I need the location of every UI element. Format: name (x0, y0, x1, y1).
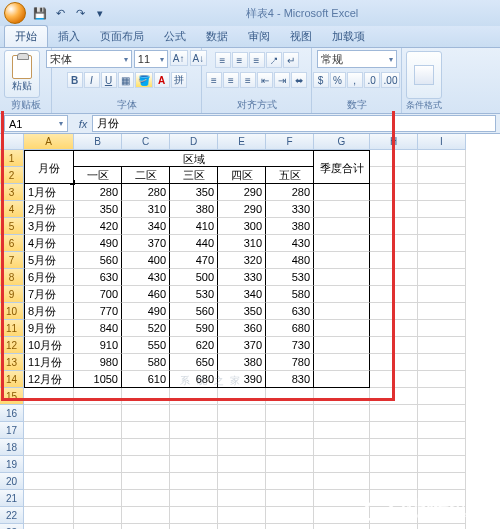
cell[interactable] (74, 507, 122, 524)
cell[interactable] (24, 507, 74, 524)
cell[interactable] (218, 507, 266, 524)
cell[interactable]: 4月份 (24, 235, 74, 252)
cell[interactable]: 420 (74, 218, 122, 235)
decrease-decimal-button[interactable]: .00 (381, 72, 401, 88)
cell[interactable] (370, 201, 418, 218)
cell[interactable] (370, 269, 418, 286)
cell[interactable] (370, 507, 418, 524)
cell[interactable]: 370 (122, 235, 170, 252)
cell[interactable] (418, 218, 466, 235)
cell[interactable] (266, 422, 314, 439)
font-color-button[interactable]: A (154, 72, 170, 88)
cell[interactable] (74, 473, 122, 490)
fill-color-button[interactable]: 🪣 (135, 72, 153, 88)
cell[interactable] (74, 456, 122, 473)
cell[interactable] (370, 490, 418, 507)
column-header[interactable]: B (74, 134, 122, 150)
cell[interactable] (370, 371, 418, 388)
column-header[interactable]: C (122, 134, 170, 150)
row-header[interactable]: 11 (0, 320, 24, 337)
cell[interactable] (370, 473, 418, 490)
cell[interactable]: 380 (170, 201, 218, 218)
cell[interactable] (370, 439, 418, 456)
cell[interactable] (74, 490, 122, 507)
cell[interactable] (370, 303, 418, 320)
cell[interactable] (122, 405, 170, 422)
currency-button[interactable]: $ (313, 72, 329, 88)
tab-7[interactable]: 加载项 (322, 26, 375, 47)
cell[interactable]: 470 (170, 252, 218, 269)
cell[interactable] (314, 235, 370, 252)
cell[interactable] (418, 269, 466, 286)
cell[interactable] (314, 507, 370, 524)
cell[interactable] (266, 490, 314, 507)
column-header[interactable]: D (170, 134, 218, 150)
cell[interactable] (370, 405, 418, 422)
tab-6[interactable]: 视图 (280, 26, 322, 47)
row-header[interactable]: 13 (0, 354, 24, 371)
cell[interactable] (24, 473, 74, 490)
cell[interactable] (314, 456, 370, 473)
spreadsheet-grid[interactable]: ABCDEFGHI 1月份区域季度合计2一区二区三区四区五区31月份280280… (0, 134, 500, 529)
cell[interactable] (170, 439, 218, 456)
cell[interactable] (314, 184, 370, 201)
row-header[interactable]: 8 (0, 269, 24, 286)
cell[interactable] (418, 524, 466, 529)
cell[interactable]: 10月份 (24, 337, 74, 354)
cell[interactable] (170, 456, 218, 473)
cell[interactable]: 330 (218, 269, 266, 286)
cell[interactable] (314, 252, 370, 269)
tab-0[interactable]: 开始 (4, 25, 48, 47)
cell[interactable] (170, 507, 218, 524)
orientation-button[interactable]: ⭧ (266, 52, 282, 68)
underline-button[interactable]: U (101, 72, 117, 88)
cell[interactable] (370, 320, 418, 337)
cell[interactable]: 430 (266, 235, 314, 252)
cell[interactable] (418, 201, 466, 218)
cell[interactable] (370, 354, 418, 371)
cell[interactable]: 9月份 (24, 320, 74, 337)
cell[interactable] (314, 218, 370, 235)
row-header[interactable]: 10 (0, 303, 24, 320)
cell[interactable] (218, 490, 266, 507)
cell[interactable] (314, 269, 370, 286)
cell[interactable] (266, 439, 314, 456)
cell[interactable]: 610 (122, 371, 170, 388)
cell[interactable] (418, 371, 466, 388)
cell[interactable]: 980 (74, 354, 122, 371)
cell[interactable] (370, 150, 418, 167)
cell[interactable] (418, 388, 466, 405)
cell[interactable] (218, 422, 266, 439)
fx-icon[interactable]: fx (74, 118, 92, 130)
office-button[interactable] (4, 2, 26, 24)
cell[interactable]: 680 (266, 320, 314, 337)
cell[interactable] (24, 388, 74, 405)
cell[interactable] (122, 439, 170, 456)
tab-3[interactable]: 公式 (154, 26, 196, 47)
cell[interactable]: 550 (122, 337, 170, 354)
cell[interactable]: 340 (218, 286, 266, 303)
cell[interactable]: 1月份 (24, 184, 74, 201)
cell[interactable]: 320 (218, 252, 266, 269)
cell[interactable] (24, 524, 74, 529)
cell[interactable] (266, 473, 314, 490)
cell[interactable] (370, 184, 418, 201)
increase-indent-button[interactable]: ⇥ (274, 72, 290, 88)
cell[interactable]: 7月份 (24, 286, 74, 303)
cell[interactable]: 590 (170, 320, 218, 337)
cell[interactable] (122, 456, 170, 473)
cell[interactable]: 560 (170, 303, 218, 320)
row-header[interactable]: 6 (0, 235, 24, 252)
paste-button[interactable]: 粘贴 (4, 50, 40, 98)
row-header[interactable]: 19 (0, 456, 24, 473)
cell[interactable] (24, 422, 74, 439)
row-header[interactable]: 21 (0, 490, 24, 507)
cell[interactable]: 五区 (266, 167, 314, 184)
cell[interactable]: 1050 (74, 371, 122, 388)
cell[interactable]: 630 (74, 269, 122, 286)
align-center-button[interactable]: ≡ (223, 72, 239, 88)
align-right-button[interactable]: ≡ (240, 72, 256, 88)
align-middle-button[interactable]: ≡ (232, 52, 248, 68)
cell[interactable] (218, 524, 266, 529)
tab-5[interactable]: 审阅 (238, 26, 280, 47)
